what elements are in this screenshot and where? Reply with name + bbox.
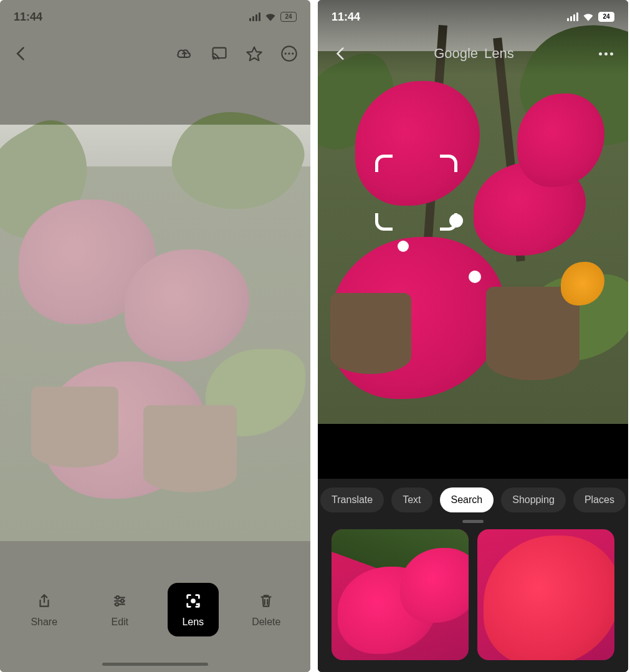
status-icons: 24 <box>567 12 614 22</box>
lens-focus-dot[interactable] <box>398 241 409 252</box>
lens-mode-chips: Translate Text Search Shopping Places <box>324 487 622 512</box>
back-button[interactable] <box>333 46 349 62</box>
result-card[interactable] <box>332 529 469 660</box>
cellular-signal-icon <box>249 12 260 21</box>
result-card[interactable] <box>477 529 614 660</box>
wifi-icon <box>264 12 277 21</box>
phone-google-lens: 11:44 24 Google Lens Translate Text Sear… <box>318 0 628 672</box>
delete-label: Delete <box>252 617 280 628</box>
svg-point-6 <box>117 596 120 599</box>
chip-translate[interactable]: Translate <box>320 487 384 512</box>
chip-search[interactable]: Search <box>440 487 494 512</box>
more-options-icon[interactable] <box>280 45 298 62</box>
delete-button[interactable]: Delete <box>238 592 294 628</box>
lens-button[interactable]: Lens <box>168 583 219 636</box>
photo-main-image[interactable] <box>0 125 310 541</box>
share-label: Share <box>31 617 57 628</box>
lens-focus-dot[interactable] <box>449 214 463 228</box>
chip-places[interactable]: Places <box>573 487 626 512</box>
svg-point-7 <box>121 600 124 603</box>
phone-photos-app: 11:44 24 <box>0 0 310 672</box>
battery-indicator: 24 <box>598 12 614 22</box>
lens-focus-dot[interactable] <box>469 271 481 283</box>
edit-label: Edit <box>111 617 128 628</box>
status-time: 11:44 <box>14 11 42 24</box>
edit-sliders-icon <box>110 592 129 610</box>
lens-crop-box[interactable] <box>375 155 457 231</box>
header-actions <box>176 45 298 62</box>
cloud-upload-icon[interactable] <box>176 45 193 62</box>
cellular-signal-icon <box>567 12 578 21</box>
lens-title: Google Lens <box>434 46 514 62</box>
battery-indicator: 24 <box>280 12 297 22</box>
svg-point-1 <box>212 58 214 60</box>
home-indicator[interactable] <box>102 663 208 666</box>
svg-point-3 <box>285 52 287 54</box>
lens-results-sheet[interactable]: Translate Text Search Shopping Places <box>318 479 628 672</box>
google-lens-icon <box>184 592 203 610</box>
status-time: 11:44 <box>332 11 360 24</box>
edit-button[interactable]: Edit <box>92 592 148 628</box>
status-bar: 11:44 24 <box>318 0 628 34</box>
back-button[interactable] <box>12 45 30 62</box>
status-icons: 24 <box>249 12 297 22</box>
chip-shopping[interactable]: Shopping <box>501 487 566 512</box>
lens-header: Google Lens <box>318 36 628 71</box>
svg-point-8 <box>116 603 119 606</box>
sheet-drag-handle[interactable] <box>462 520 484 523</box>
wifi-icon <box>582 12 594 21</box>
more-options-icon[interactable] <box>599 52 613 55</box>
chip-text[interactable]: Text <box>391 487 432 512</box>
cast-icon[interactable] <box>211 45 228 62</box>
status-bar: 11:44 24 <box>0 0 310 34</box>
svg-point-9 <box>191 598 196 603</box>
star-icon[interactable] <box>246 45 263 62</box>
svg-point-5 <box>292 52 294 54</box>
svg-rect-0 <box>213 48 226 58</box>
lens-results-row <box>324 529 622 660</box>
lens-label: Lens <box>182 617 204 628</box>
svg-point-10 <box>196 603 198 605</box>
share-button[interactable]: Share <box>16 592 72 628</box>
photo-bottom-toolbar: Share Edit Lens Delete <box>0 572 310 672</box>
svg-point-4 <box>288 52 290 54</box>
photo-viewer-header <box>0 36 310 71</box>
trash-icon <box>257 592 275 610</box>
share-icon <box>35 592 54 610</box>
